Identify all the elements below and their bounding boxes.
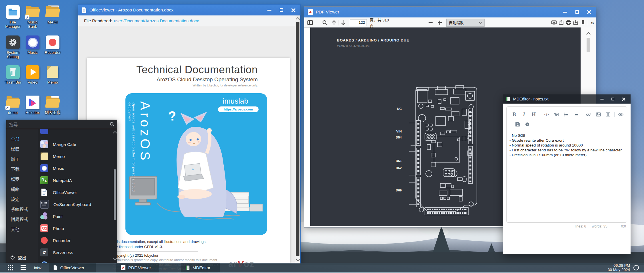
desktop-icon-recorder[interactable]: Recorder <box>43 35 62 55</box>
taskbar-username[interactable]: ixtw <box>34 265 41 270</box>
more-tools-icon[interactable]: » <box>589 19 596 27</box>
poster-tagline: Open source web desktop platform for per… <box>127 102 136 200</box>
image-icon[interactable] <box>595 112 602 116</box>
desktop-icon-trash-bin[interactable]: Trash Bin <box>3 65 22 84</box>
menu-icon[interactable] <box>21 265 26 270</box>
category-files[interactable]: 檔案 <box>6 174 37 184</box>
category-all[interactable]: 全部 <box>6 134 37 144</box>
desktop-icon-memo[interactable]: Memo <box>43 65 62 84</box>
officeviewer-scrollbar[interactable] <box>295 15 300 264</box>
scroll-up-icon[interactable] <box>113 131 117 136</box>
page-number-input[interactable] <box>350 19 367 26</box>
desktop-icon-maker-factory[interactable]: 創客工廠 <box>43 96 62 115</box>
close-button[interactable] <box>622 97 626 101</box>
link-icon[interactable] <box>585 113 592 116</box>
heading-icon[interactable]: H <box>530 112 537 118</box>
app-item-notepada[interactable]: N A NotepadA <box>40 174 111 186</box>
open-file-icon[interactable] <box>557 19 565 27</box>
desktop-icon-file-manager[interactable]: File Manager <box>3 5 22 29</box>
app-item-photo[interactable]: Photo <box>40 222 111 234</box>
desktop-icon-music[interactable]: ♪ Music <box>23 35 42 55</box>
officeviewer-titlebar[interactable]: OfficeViewer - Arozos Documentation.docx <box>78 5 300 15</box>
minimize-button[interactable] <box>563 10 567 14</box>
help-icon[interactable]: ? <box>524 122 531 126</box>
sidebar-toggle-icon[interactable] <box>307 19 314 27</box>
scroll-up-icon[interactable] <box>586 32 591 37</box>
app-item-memo[interactable]: Memo <box>40 150 111 162</box>
editor-panel[interactable]: B I H </> <box>506 106 627 223</box>
presentation-mode-icon[interactable] <box>550 19 558 27</box>
desktop-icon-holodex[interactable]: Holodex <box>23 96 42 115</box>
ordered-list-icon[interactable] <box>572 112 579 116</box>
category-office[interactable]: 辦工 <box>6 154 37 164</box>
zoom-in-icon[interactable] <box>436 19 443 27</box>
notebook-icon <box>185 265 190 270</box>
document-icon <box>53 265 57 270</box>
search-icon[interactable] <box>321 19 329 27</box>
quote-icon[interactable] <box>553 113 560 116</box>
category-system[interactable]: 系統程式 <box>6 204 37 214</box>
maximize-button[interactable] <box>575 10 579 14</box>
category-media[interactable]: 媒體 <box>6 144 37 154</box>
unordered-list-icon[interactable] <box>563 112 569 116</box>
category-accessories[interactable]: 附屬程式 <box>6 214 37 224</box>
app-item-onscreenkeyboard[interactable]: OnScreenKeyboard <box>40 198 111 210</box>
category-others[interactable]: 其他 <box>6 224 37 234</box>
app-list-scrollbar[interactable] <box>113 130 116 262</box>
minimize-button[interactable] <box>600 97 604 101</box>
next-page-icon[interactable] <box>340 19 347 27</box>
table-icon[interactable] <box>605 112 611 116</box>
bold-icon[interactable]: B <box>511 112 518 118</box>
taskbar-item-mdeditor[interactable]: MDEditor <box>181 263 220 272</box>
desktop-icon-system-setting[interactable]: System Setting <box>3 35 22 59</box>
logout-button[interactable]: 登出 <box>10 254 26 260</box>
bookmark-icon[interactable] <box>579 19 587 27</box>
pdf-titlebar[interactable]: PDF Viewer <box>304 7 596 17</box>
desktop-icon-magi[interactable]: MAGI <box>43 5 62 24</box>
status-ring-icon[interactable] <box>633 265 639 270</box>
close-button[interactable] <box>291 8 296 12</box>
scrollbar-thumb[interactable] <box>296 22 299 256</box>
code-icon[interactable]: </> <box>543 113 550 116</box>
scrollbar-thumb[interactable] <box>587 38 590 52</box>
preview-eye-icon[interactable] <box>617 113 624 116</box>
desktop-icon-demo[interactable]: demo <box>3 96 22 115</box>
chevron-down-icon <box>479 20 482 23</box>
scroll-up-icon[interactable] <box>296 17 300 22</box>
download-icon[interactable] <box>572 19 579 27</box>
taskbar-item-officeviewer[interactable]: OfficeViewer <box>49 263 96 272</box>
app-item-serverless[interactable]: σ Serverless <box>40 246 111 258</box>
app-item-recorder[interactable]: Recorder <box>40 234 111 246</box>
app-item-manga-cafe[interactable]: Manga Cafe <box>40 138 111 150</box>
app-item-officeviewer[interactable]: OfficeViewer <box>40 186 111 198</box>
italic-icon[interactable]: I <box>521 112 527 118</box>
scrollbar-thumb[interactable] <box>114 169 116 220</box>
mdeditor-titlebar[interactable]: MDEditor - notes.txt <box>503 94 631 104</box>
taskbar-item-pdf-viewer[interactable]: PDF Viewer <box>116 263 159 272</box>
maximize-button[interactable] <box>611 97 615 101</box>
close-button[interactable] <box>587 10 591 14</box>
app-launcher-icon[interactable] <box>8 265 13 270</box>
zoom-mode-select[interactable]: 自動縮放 <box>446 19 485 27</box>
note-text[interactable]: - No G28 - Gcode rewrite after Cura exor… <box>509 133 624 162</box>
manga-cafe-icon <box>40 140 48 148</box>
scroll-down-icon[interactable] <box>113 256 117 261</box>
file-path-link[interactable]: user:/Document/Arozos Documentation.docx <box>114 18 199 23</box>
start-menu-search[interactable]: 搜尋 <box>6 120 117 129</box>
minimize-button[interactable] <box>267 8 272 12</box>
previous-page-icon[interactable] <box>330 19 338 27</box>
category-settings[interactable]: 設定 <box>6 194 37 204</box>
app-item-music[interactable]: ♪ Music <box>40 162 111 174</box>
zoom-out-icon[interactable] <box>427 19 434 27</box>
maximize-button[interactable] <box>279 8 284 12</box>
app-item-partial[interactable] <box>40 129 111 136</box>
taskbar-clock[interactable]: 06:38 PM 30 May 2024 <box>608 263 630 272</box>
desktop-icon-music-bank[interactable]: Music Bank <box>23 5 42 29</box>
category-download[interactable]: 下載 <box>6 164 37 174</box>
desktop-icon-video[interactable]: Video <box>23 65 42 84</box>
save-icon[interactable] <box>514 122 521 126</box>
scroll-down-icon[interactable] <box>296 257 300 262</box>
category-network[interactable]: 網絡 <box>6 184 37 194</box>
print-icon[interactable] <box>565 19 572 27</box>
app-item-paint[interactable]: Paint <box>40 210 111 222</box>
